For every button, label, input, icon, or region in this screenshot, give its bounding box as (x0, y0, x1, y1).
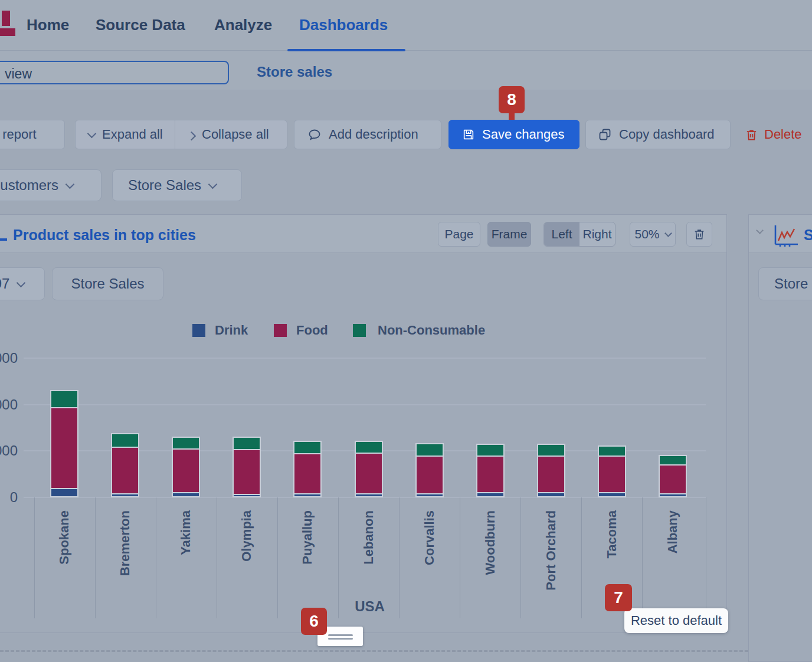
right-measure-filter[interactable]: Store (758, 267, 812, 300)
handle-line (328, 634, 353, 636)
x-category-label: Port Orchard (543, 510, 559, 591)
annotation-badge-8: 8 (499, 86, 525, 113)
x-category-label: Tacoma (604, 510, 620, 559)
bar-woodburn[interactable] (476, 444, 505, 497)
bar-segment-non-consumable[interactable] (173, 438, 199, 448)
x-category-label: Bremerton (117, 510, 133, 576)
bar-segment-non-consumable[interactable] (294, 442, 320, 453)
bar-segment-drink[interactable] (356, 493, 382, 496)
bar-albany[interactable] (659, 455, 687, 497)
x-category-label: Puyallup (300, 510, 315, 565)
bar-segment-food[interactable] (234, 449, 260, 494)
x-category-label: Woodburn (483, 510, 498, 575)
bar-segment-drink[interactable] (112, 493, 138, 496)
bar-segment-food[interactable] (51, 407, 77, 488)
bar-segment-drink[interactable] (538, 492, 564, 496)
bar-segment-food[interactable] (112, 447, 138, 493)
bar-segment-drink[interactable] (51, 488, 77, 496)
bar-segment-drink[interactable] (294, 493, 320, 496)
bar-segment-food[interactable] (294, 453, 320, 493)
bar-tacoma[interactable] (598, 445, 626, 497)
stacked-bar-chart: 02,0004,0006,000SpokaneBremertonYakimaOl… (0, 0, 812, 662)
annotation-badge-6: 6 (301, 608, 327, 635)
reset-to-default-tooltip[interactable]: Reset to default (624, 608, 728, 633)
bar-segment-non-consumable[interactable] (599, 447, 625, 455)
bar-segment-drink[interactable] (417, 493, 443, 496)
bar-segment-non-consumable[interactable] (234, 438, 260, 449)
bar-segment-drink[interactable] (234, 494, 260, 496)
drop-zone-dashed-line (0, 650, 812, 652)
x-category-label: Albany (665, 510, 680, 553)
y-tick-label: 2,000 (0, 443, 18, 459)
bar-corvallis[interactable] (415, 443, 444, 497)
bar-segment-non-consumable[interactable] (660, 456, 686, 464)
bar-segment-non-consumable[interactable] (417, 444, 443, 455)
bar-bremerton[interactable] (111, 433, 139, 497)
bar-segment-food[interactable] (173, 448, 199, 492)
y-tick-label: 6,000 (0, 350, 18, 366)
handle-line (328, 638, 353, 640)
y-tick-label: 0 (0, 489, 18, 506)
dashboard-page: Home Source Data Analyze Dashboards view… (0, 0, 812, 662)
bar-segment-food[interactable] (538, 455, 564, 493)
bar-puyallup[interactable] (293, 441, 322, 497)
bar-segment-drink[interactable] (477, 492, 503, 496)
bar-segment-drink[interactable] (660, 493, 686, 496)
gridline (24, 358, 706, 359)
bar-segment-non-consumable[interactable] (356, 442, 382, 453)
bar-segment-drink[interactable] (173, 492, 199, 496)
bar-olympia[interactable] (233, 437, 261, 497)
bar-segment-food[interactable] (477, 455, 503, 493)
annotation-badge-7: 7 (605, 584, 632, 611)
x-category-label: Spokane (57, 510, 72, 565)
x-category-label: Corvallis (422, 510, 437, 565)
bar-segment-food[interactable] (356, 453, 382, 493)
x-category-label: Lebanon (361, 510, 376, 565)
x-category-label: Yakima (178, 510, 194, 555)
bar-spokane[interactable] (50, 390, 78, 497)
y-tick-label: 4,000 (0, 396, 18, 413)
bar-segment-drink[interactable] (599, 492, 625, 496)
bar-segment-food[interactable] (660, 464, 686, 493)
bar-segment-non-consumable[interactable] (112, 434, 138, 447)
bar-segment-food[interactable] (599, 455, 625, 492)
bar-port-orchard[interactable] (537, 444, 565, 497)
bar-segment-non-consumable[interactable] (51, 391, 77, 407)
bar-segment-food[interactable] (417, 455, 443, 493)
right-measure-filter-label: Store (774, 276, 808, 292)
line-chart-icon (774, 224, 800, 248)
right-report-title-link[interactable]: S (804, 227, 812, 244)
x-category-label: Olympia (239, 510, 254, 562)
bar-lebanon[interactable] (355, 441, 383, 497)
category-separator (706, 497, 706, 618)
bar-segment-non-consumable[interactable] (538, 445, 564, 455)
bar-segment-non-consumable[interactable] (477, 445, 503, 455)
bar-yakima[interactable] (172, 437, 200, 497)
gridline (24, 404, 706, 405)
